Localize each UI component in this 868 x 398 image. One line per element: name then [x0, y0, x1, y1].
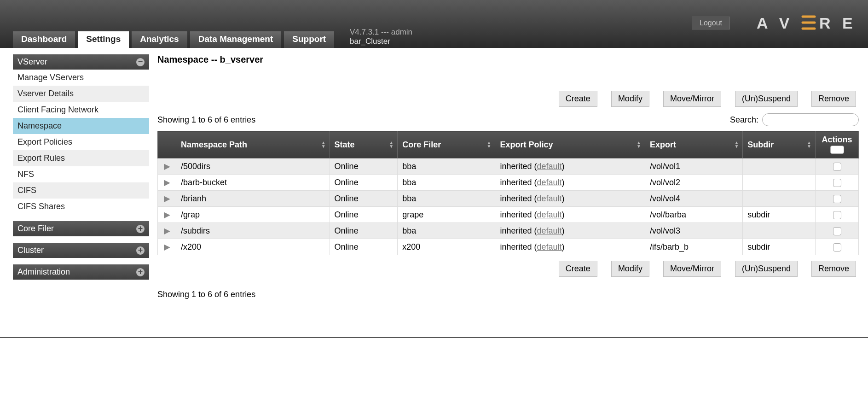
cell-export-policy: inherited (default)	[495, 191, 645, 207]
row-checkbox[interactable]	[833, 227, 841, 235]
movemirror-button[interactable]: Move/Mirror	[663, 261, 721, 277]
remove-button[interactable]: Remove	[811, 91, 856, 107]
col-subdir[interactable]: Subdir▲▼	[743, 131, 816, 158]
cell-core-filer: grape	[398, 207, 495, 223]
sidebar-item-export-rules[interactable]: Export Rules	[13, 150, 149, 166]
cell-actions	[816, 207, 859, 223]
col-core-filer[interactable]: Core Filer▲▼	[398, 131, 495, 158]
expand-row-icon[interactable]: ▶	[158, 207, 176, 223]
cell-namespace-path: /grap	[176, 207, 330, 223]
sidebar-section-label: VServer	[17, 57, 47, 67]
export-policy-link[interactable]: default	[537, 162, 561, 171]
cell-core-filer: bba	[398, 191, 495, 207]
content: Namespace -- b_vserver CreateModifyMove/…	[149, 54, 859, 299]
showing-text-bottom: Showing 1 to 6 of 6 entries	[157, 290, 859, 299]
export-policy-link[interactable]: default	[537, 194, 561, 203]
cell-subdir: subdir	[743, 239, 816, 255]
movemirror-button[interactable]: Move/Mirror	[663, 91, 721, 107]
top-header: Logout A V R E V4.7.3.1 --- admin bar_Cl…	[0, 0, 868, 48]
expand-icon[interactable]: +	[136, 225, 145, 233]
col-namespace-path[interactable]: Namespace Path▲▼	[176, 131, 330, 158]
logout-button[interactable]: Logout	[692, 17, 730, 29]
select-all-checkbox[interactable]	[830, 146, 844, 154]
table-body: ▶/500dirsOnlinebbainherited (default)/vo…	[158, 158, 859, 255]
sidebar-section-cluster[interactable]: Cluster+	[13, 243, 149, 258]
cluster-name: bar_Cluster	[350, 37, 412, 46]
remove-button[interactable]: Remove	[811, 261, 856, 277]
sidebar-item-client-facing-network[interactable]: Client Facing Network	[13, 102, 149, 118]
sidebar-item-export-policies[interactable]: Export Policies	[13, 134, 149, 150]
action-row-bottom: CreateModifyMove/Mirror(Un)SuspendRemove	[157, 261, 859, 277]
row-checkbox[interactable]	[833, 163, 841, 171]
search-wrap: Search:	[730, 113, 859, 126]
expand-row-icon[interactable]: ▶	[158, 158, 176, 175]
export-policy-link[interactable]: default	[537, 178, 561, 187]
sidebar-section-label: Cluster	[17, 246, 44, 255]
cell-subdir	[743, 191, 816, 207]
create-button[interactable]: Create	[559, 261, 597, 277]
search-input[interactable]	[762, 113, 859, 126]
sort-icon[interactable]: ▲▼	[487, 141, 492, 148]
collapse-icon[interactable]: −	[136, 58, 145, 66]
cell-actions	[816, 223, 859, 239]
row-checkbox[interactable]	[833, 195, 841, 203]
row-checkbox[interactable]	[833, 211, 841, 219]
sidebar-item-namespace[interactable]: Namespace	[13, 118, 149, 134]
sort-icon[interactable]: ▲▼	[807, 141, 811, 148]
sidebar: VServer−Manage VServersVserver DetailsCl…	[13, 54, 149, 299]
cell-state: Online	[330, 158, 398, 175]
modify-button[interactable]: Modify	[611, 91, 649, 107]
export-policy-link[interactable]: default	[537, 226, 561, 235]
cell-export: /ifs/barb_b	[645, 239, 743, 255]
expand-row-icon[interactable]: ▶	[158, 239, 176, 255]
cell-subdir	[743, 175, 816, 191]
cell-actions	[816, 191, 859, 207]
sidebar-section-vserver[interactable]: VServer−	[13, 54, 149, 70]
expand-row-icon[interactable]: ▶	[158, 191, 176, 207]
table-row: ▶/grapOnlinegrapeinherited (default)/vol…	[158, 207, 859, 223]
col-export[interactable]: Export▲▼	[645, 131, 743, 158]
page-title: Namespace -- b_vserver	[157, 54, 859, 65]
sort-icon[interactable]: ▲▼	[389, 141, 393, 148]
create-button[interactable]: Create	[559, 91, 597, 107]
row-checkbox[interactable]	[833, 179, 841, 187]
table-row: ▶/subdirsOnlinebbainherited (default)/vo…	[158, 223, 859, 239]
namespace-table: Namespace Path▲▼State▲▼Core Filer▲▼Expor…	[157, 131, 859, 255]
col-export-policy[interactable]: Export Policy▲▼	[495, 131, 645, 158]
cell-subdir	[743, 223, 816, 239]
expand-icon[interactable]: +	[136, 268, 145, 276]
export-policy-link[interactable]: default	[537, 210, 561, 219]
cell-actions	[816, 239, 859, 255]
cell-export: /vol/vol1	[645, 158, 743, 175]
action-row-top: CreateModifyMove/Mirror(Un)SuspendRemove	[157, 91, 859, 107]
table-row: ▶/500dirsOnlinebbainherited (default)/vo…	[158, 158, 859, 175]
modify-button[interactable]: Modify	[611, 261, 649, 277]
tab-analytics[interactable]: Analytics	[132, 31, 187, 48]
col-state[interactable]: State▲▼	[330, 131, 398, 158]
sort-icon[interactable]: ▲▼	[734, 141, 739, 148]
tab-support[interactable]: Support	[284, 31, 334, 48]
sidebar-item-cifs[interactable]: CIFS	[13, 182, 149, 199]
export-policy-link[interactable]: default	[537, 242, 561, 252]
sidebar-item-cifs-shares[interactable]: CIFS Shares	[13, 199, 149, 215]
table-header-row: Namespace Path▲▼State▲▼Core Filer▲▼Expor…	[158, 131, 859, 158]
sort-icon[interactable]: ▲▼	[637, 141, 641, 148]
cell-actions	[816, 175, 859, 191]
sidebar-section-administration[interactable]: Administration+	[13, 264, 149, 280]
tab-data-management[interactable]: Data Management	[190, 31, 282, 48]
tab-settings[interactable]: Settings	[78, 31, 129, 48]
unsuspend-button[interactable]: (Un)Suspend	[735, 91, 798, 107]
sidebar-item-vserver-details[interactable]: Vserver Details	[13, 86, 149, 102]
sidebar-item-manage-vservers[interactable]: Manage VServers	[13, 70, 149, 86]
expand-row-icon[interactable]: ▶	[158, 175, 176, 191]
expand-icon[interactable]: +	[136, 246, 145, 255]
cell-state: Online	[330, 223, 398, 239]
sidebar-item-nfs[interactable]: NFS	[13, 166, 149, 182]
sort-icon[interactable]: ▲▼	[321, 141, 326, 148]
row-checkbox[interactable]	[833, 243, 841, 252]
sidebar-section-core-filer[interactable]: Core Filer+	[13, 221, 149, 236]
tab-dashboard[interactable]: Dashboard	[13, 31, 75, 48]
unsuspend-button[interactable]: (Un)Suspend	[735, 261, 798, 277]
sidebar-section-label: Administration	[17, 267, 70, 277]
expand-row-icon[interactable]: ▶	[158, 223, 176, 239]
